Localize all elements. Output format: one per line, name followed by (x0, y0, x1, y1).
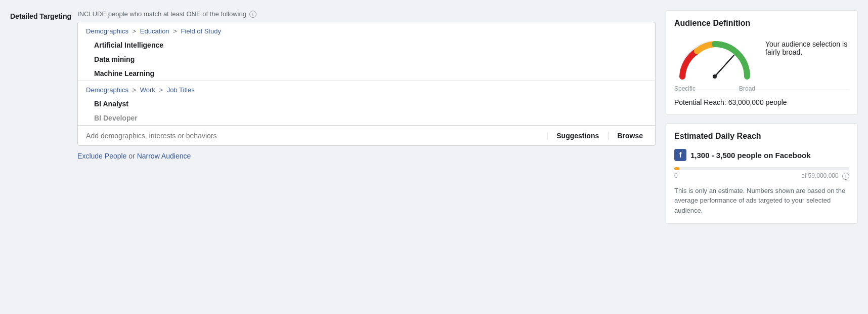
item-bi-developer: BI Developer (78, 111, 655, 125)
targeting-content: INCLUDE people who match at least ONE of… (77, 10, 656, 160)
facebook-icon: f (674, 149, 686, 161)
progress-labels: 0 of 59,000,000 i (674, 172, 849, 180)
include-text: INCLUDE people who match at least ONE of… (77, 10, 246, 18)
item-artificial-intelligence: Artificial Intelligence (78, 38, 655, 52)
gauge-description: Your audience selection is fairly broad. (765, 36, 849, 56)
right-panel: Audience Definition (666, 10, 858, 304)
progress-bar-fill (674, 167, 679, 170)
item-bi-analyst: BI Analyst (78, 97, 655, 111)
gauge-specific-label: Specific (674, 85, 696, 92)
audience-definition-card: Audience Definition (666, 10, 858, 115)
estimate-note: This is only an estimate. Numbers shown … (674, 186, 849, 216)
divider-2: | (607, 131, 609, 140)
search-input[interactable] (86, 132, 542, 140)
gauge-section: Specific Broad Your audience selection i… (674, 36, 849, 82)
separator-3: > (133, 86, 137, 94)
svg-point-1 (713, 74, 717, 78)
separator-4: > (159, 86, 163, 94)
progress-min: 0 (674, 172, 678, 180)
daily-reach-row: f 1,300 - 3,500 people on Facebook (674, 149, 849, 161)
breadcrumb-work: Demographics > Work > Job Titles (78, 81, 655, 97)
targeting-group-work: Demographics > Work > Job Titles BI Anal… (78, 81, 655, 126)
divider-1: | (546, 131, 548, 140)
targeting-box: Demographics > Education > Field of Stud… (77, 22, 656, 146)
search-row: | Suggestions | Browse (78, 126, 655, 145)
breadcrumb-education: Demographics > Education > Field of Stud… (78, 22, 655, 38)
targeting-label: Detailed Targeting (10, 10, 71, 20)
gauge-container: Specific Broad (674, 36, 755, 82)
or-text: or (128, 152, 137, 160)
exclude-line: Exclude People or Narrow Audience (77, 152, 656, 160)
daily-reach-title: Estimated Daily Reach (674, 132, 849, 141)
progress-info-icon[interactable]: i (842, 173, 849, 180)
gauge-labels: Specific Broad (674, 85, 755, 92)
suggestions-button[interactable]: Suggestions (552, 132, 603, 140)
estimated-daily-reach-card: Estimated Daily Reach f 1,300 - 3,500 pe… (666, 123, 858, 224)
potential-reach-value: 63,000,000 people (728, 98, 787, 106)
potential-reach-label: Potential Reach: (674, 98, 726, 106)
include-info-icon[interactable]: i (249, 11, 256, 18)
separator-2: > (173, 27, 177, 35)
breadcrumb-education-link[interactable]: Education (140, 27, 169, 35)
detailed-targeting-section: Detailed Targeting INCLUDE people who ma… (10, 10, 656, 160)
breadcrumb-demographics-link[interactable]: Demographics (86, 27, 128, 35)
breadcrumb-jobtitles-link[interactable]: Job Titles (167, 86, 195, 94)
gauge-broad-label: Broad (739, 85, 755, 92)
progress-max: of 59,000,000 i (801, 172, 849, 180)
gauge-svg (674, 36, 755, 82)
narrow-audience-link[interactable]: Narrow Audience (137, 152, 191, 160)
targeting-group-education: Demographics > Education > Field of Stud… (78, 22, 655, 81)
include-line: INCLUDE people who match at least ONE of… (77, 10, 656, 18)
breadcrumb-work-link[interactable]: Work (140, 86, 155, 94)
progress-bar-container (674, 167, 849, 170)
item-data-mining: Data mining (78, 52, 655, 66)
exclude-people-link[interactable]: Exclude People (77, 152, 126, 160)
browse-button[interactable]: Browse (613, 132, 647, 140)
reach-range: 1,300 - 3,500 people on Facebook (690, 151, 811, 160)
separator-1: > (133, 27, 137, 35)
item-machine-learning: Machine Learning (78, 66, 655, 81)
breadcrumb-demographics2-link[interactable]: Demographics (86, 86, 128, 94)
audience-definition-title: Audience Definition (674, 19, 849, 28)
svg-line-0 (715, 55, 734, 76)
breadcrumb-field-link[interactable]: Field of Study (181, 27, 221, 35)
